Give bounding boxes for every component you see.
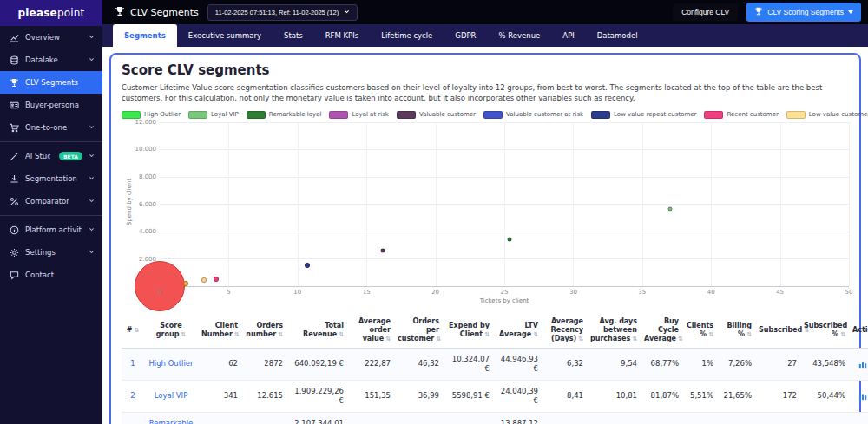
y-tick-label: 6.000 [139, 201, 156, 208]
table-header-actions[interactable]: Actions⇅ [849, 313, 868, 349]
sidebar-item-comparator[interactable]: Comparator [0, 190, 102, 212]
legend-item[interactable]: Low value customer [786, 111, 868, 119]
configure-clv-button[interactable]: Configure CLV [673, 3, 738, 21]
sort-icon[interactable]: ⇅ [234, 331, 240, 338]
table-cell[interactable]: High Outlier [144, 348, 198, 380]
chart-point[interactable] [135, 261, 185, 311]
legend-item[interactable]: Low value repeat customer [591, 111, 696, 119]
sidebar-item-ai-studio[interactable]: AI Studio BETA [0, 145, 102, 167]
sidebar-item-datalake[interactable]: Datalake [0, 49, 102, 71]
clv-scoring-segments-button[interactable]: CLV Scoring Segments [746, 3, 861, 22]
legend-item[interactable]: Recent customer [704, 111, 778, 119]
sidebar-item-platform-activity[interactable]: Platform activity [0, 219, 102, 241]
table-cell: 43,548% [800, 348, 849, 380]
sort-icon[interactable]: ⇅ [339, 331, 344, 338]
sort-icon[interactable]: ⇅ [181, 331, 186, 338]
table-header-total-revenue[interactable]: Total Revenue⇅ [286, 313, 347, 349]
sort-icon[interactable]: ⇅ [578, 336, 583, 342]
sort-icon[interactable]: ⇅ [678, 336, 683, 342]
legend-item[interactable]: Valuable customer at risk [483, 111, 583, 119]
brand-logo[interactable]: pleasepoint [0, 0, 102, 26]
sort-icon[interactable]: ⇅ [840, 331, 845, 338]
table-cell: 3 [122, 412, 144, 424]
table-header-clients[interactable]: Clients %⇅ [682, 313, 717, 349]
sort-icon[interactable]: ⇅ [708, 331, 713, 338]
sidebar-item-settings[interactable]: Settings [0, 241, 102, 264]
sort-icon[interactable]: ⇅ [632, 336, 637, 342]
tab[interactable]: Stats [273, 24, 314, 47]
table-cell: 27 [755, 348, 800, 380]
table-header-score-group[interactable]: Score group⇅ [144, 313, 198, 349]
table-cell: 15,15 [587, 412, 641, 424]
segments-table: #⇅Score group⇅Client Number⇅Orders numbe… [122, 313, 868, 424]
x-tick-label: 35 [638, 289, 646, 296]
tab[interactable]: Segments [113, 24, 177, 47]
table-header-expend-by-client[interactable]: Expend by Client⇅ [443, 313, 493, 349]
legend-item[interactable]: High Outlier [122, 111, 181, 119]
table-header-buy-cycle-average[interactable]: Buy Cycle Average⇅ [641, 313, 682, 349]
view-stats-icon[interactable] [858, 360, 867, 369]
tab[interactable]: API [551, 24, 585, 47]
sidebar-item-overview[interactable]: Overview [0, 26, 102, 49]
chart-point[interactable] [201, 277, 207, 283]
table-header-ltv-average[interactable]: LTV Average⇅ [493, 313, 542, 349]
tab-bar: Segments Executive summary Stats RFM KPI… [102, 24, 868, 47]
topbar: CLV Segments 11-02-2025 07:51:13, Ref: 1… [102, 0, 868, 24]
chart-point[interactable] [183, 281, 188, 286]
x-tick-label: 10 [293, 289, 301, 296]
table-cell: 5598,91 € [443, 380, 493, 412]
sort-icon[interactable]: ⇅ [484, 331, 490, 338]
legend-item[interactable]: Valuable customer [397, 111, 476, 119]
x-tick-label: 30 [569, 289, 577, 296]
legend-swatch [329, 111, 348, 119]
table-cell: 10.324,07 € [443, 348, 493, 380]
table-header-average-recency-days[interactable]: Average Recency (Days)⇅ [542, 313, 587, 349]
chart-point[interactable] [305, 263, 310, 268]
table-header-average-order-value[interactable]: Average order value⇅ [347, 313, 394, 349]
sidebar-item-contact[interactable]: Contact [0, 264, 102, 286]
tab[interactable]: Datamodel [586, 24, 649, 47]
legend-item[interactable]: Loyal at risk [329, 111, 388, 119]
table-cell: 132,64 [347, 412, 394, 424]
tab[interactable]: Lifetime cycle [370, 24, 444, 47]
sort-icon[interactable]: ⇅ [385, 336, 391, 342]
chart-point[interactable] [381, 249, 385, 253]
table-header-avg-days-between-purchases[interactable]: Avg. days between purchases⇅ [587, 313, 641, 349]
table-header-[interactable]: #⇅ [122, 313, 144, 349]
tab[interactable]: Executive summary [177, 24, 273, 47]
table-header-orders-per-customer[interactable]: Orders per customer⇅ [394, 313, 443, 349]
tab[interactable]: GDPR [444, 24, 487, 47]
sidebar-item-segmentation[interactable]: Segmentation [0, 167, 102, 190]
sort-icon[interactable]: ⇅ [134, 327, 139, 334]
legend-item[interactable]: Remarkable loyal [247, 111, 322, 119]
chart-point[interactable] [508, 238, 512, 242]
sidebar-item-one-to-one[interactable]: One-to-one [0, 116, 102, 139]
shopping-cart-icon [10, 123, 19, 133]
sort-icon[interactable]: ⇅ [533, 331, 538, 338]
sidebar-item-buyer-persona[interactable]: Buyer-persona [0, 94, 102, 116]
gridline [436, 122, 437, 286]
legend-label: Recent customer [727, 111, 778, 118]
table-header-billing[interactable]: Billing %⇅ [717, 313, 755, 349]
sort-icon[interactable]: ⇅ [746, 331, 752, 338]
table-header-orders-number[interactable]: Orders number⇅ [241, 313, 286, 349]
chart-point[interactable] [214, 277, 219, 282]
sort-icon[interactable]: ⇅ [278, 331, 283, 338]
table-cell[interactable]: Loyal VIP [144, 380, 198, 412]
legend-label: Loyal at risk [352, 111, 388, 118]
tab[interactable]: % Revenue [488, 24, 552, 47]
date-range-selector[interactable]: 11-02-2025 07:51:13, Ref: 11-02-2025 (12… [207, 4, 358, 21]
table-row: 2Loyal VIP34112.6151.909.229,26 €151,353… [122, 380, 868, 412]
table-cell[interactable]: Remarkable loyal [144, 412, 198, 424]
view-stats-icon[interactable] [858, 392, 867, 401]
legend-item[interactable]: Loyal VIP [188, 111, 239, 119]
legend-swatch [188, 111, 207, 119]
sidebar-item-clv-segments[interactable]: CLV Segments [0, 71, 102, 94]
table-header-client-number[interactable]: Client Number⇅ [198, 313, 241, 349]
tab[interactable]: RFM KPIs [314, 24, 370, 47]
chart-point[interactable] [667, 206, 672, 211]
table-header-subscribed[interactable]: Subscribed⇅ [755, 313, 800, 349]
y-tick-label: 10.000 [135, 146, 157, 153]
table-cell: 11,05 [542, 412, 587, 424]
sort-icon[interactable]: ⇅ [436, 336, 441, 342]
